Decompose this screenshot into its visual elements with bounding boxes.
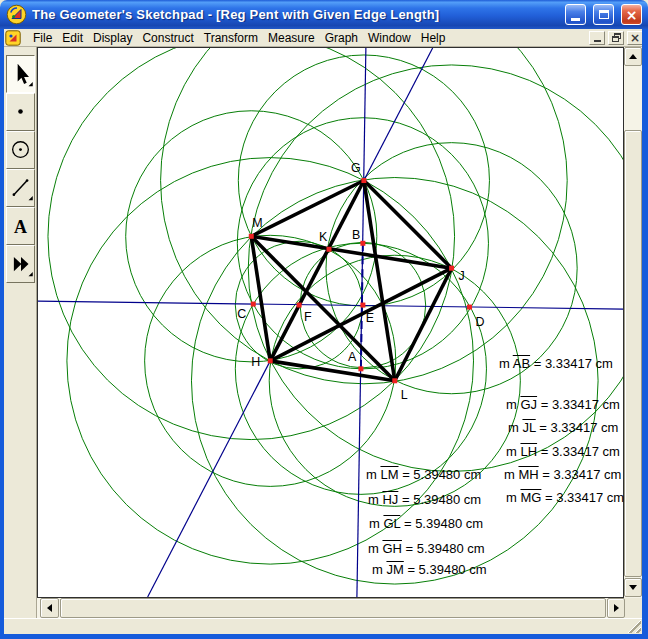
- measurement-AB[interactable]: m AB = 3.33417 cm: [499, 356, 613, 371]
- mdi-close-icon: ×: [630, 32, 640, 44]
- sketch-drawing: GMKBJCFEDHAL: [38, 48, 623, 597]
- point-label-E[interactable]: E: [366, 311, 374, 325]
- measurement-LH[interactable]: m LH = 3.33417 cm: [506, 444, 620, 459]
- measurement-JL[interactable]: m JL = 3.33417 cm: [508, 420, 618, 435]
- measurement-MH[interactable]: m MH = 3.33417 cm: [504, 467, 621, 482]
- scroll-down-button[interactable]: [624, 578, 642, 597]
- custom-tool[interactable]: [6, 245, 35, 283]
- horizontal-scrollbar[interactable]: [37, 598, 624, 618]
- minimize-button[interactable]: [565, 4, 586, 25]
- point-label-M[interactable]: M: [252, 216, 262, 230]
- mdi-restore-button[interactable]: [608, 31, 624, 45]
- vertical-scrollbar[interactable]: [624, 47, 642, 618]
- compass-icon: [7, 134, 34, 168]
- point-label-A[interactable]: A: [348, 350, 357, 364]
- measurement-LM[interactable]: m LM = 5.39480 cm: [366, 467, 481, 482]
- vertical-scroll-thumb[interactable]: [624, 130, 642, 577]
- construction-circle-G-r204[interactable]: [161, 48, 568, 384]
- point-B[interactable]: [360, 241, 365, 246]
- window-border-bottom: [0, 634, 648, 639]
- point-K[interactable]: [327, 247, 332, 252]
- point-label-J[interactable]: J: [459, 269, 465, 283]
- menubar: FileEditDisplayConstructTransformMeasure…: [0, 29, 648, 47]
- segment-icon: [7, 172, 34, 206]
- menu-edit[interactable]: Edit: [57, 30, 88, 46]
- window-border-right: [642, 29, 648, 639]
- menu-transform[interactable]: Transform: [199, 30, 263, 46]
- mdi-restore-icon: [612, 33, 621, 42]
- compass-tool[interactable]: [6, 131, 35, 169]
- pentagon-edge-JL[interactable]: [395, 268, 452, 381]
- point-E[interactable]: [360, 303, 365, 308]
- menu-display[interactable]: Display: [88, 30, 137, 46]
- menu-items: FileEditDisplayConstructTransformMeasure…: [28, 29, 450, 46]
- arrow-down-icon: [629, 585, 637, 590]
- svg-text:A: A: [14, 216, 27, 236]
- point-label-G[interactable]: G: [351, 161, 361, 175]
- point-label-B[interactable]: B: [352, 228, 360, 242]
- titlebar: The Geometer's Sketchpad - [Reg Pent wit…: [0, 0, 648, 29]
- sketch-canvas[interactable]: GMKBJCFEDHAL m AB = 3.33417 cmm GJ = 3.3…: [37, 47, 624, 598]
- mdi-minimize-button[interactable]: [589, 31, 605, 45]
- measurement-GL[interactable]: m GL = 5.39480 cm: [369, 516, 483, 531]
- menu-file[interactable]: File: [28, 30, 57, 46]
- point-label-C[interactable]: C: [237, 307, 246, 321]
- close-icon: ×: [626, 8, 638, 22]
- maximize-icon: [599, 10, 609, 19]
- scroll-up-button[interactable]: [624, 47, 642, 66]
- point-A[interactable]: [358, 366, 363, 371]
- scrollbar-corner: [624, 598, 642, 618]
- text-tool[interactable]: A: [6, 207, 35, 245]
- measurement-MG[interactable]: m MG = 3.33417 cm: [506, 490, 624, 505]
- menu-help[interactable]: Help: [416, 30, 451, 46]
- point-icon: [7, 96, 34, 130]
- scroll-left-button[interactable]: [40, 598, 59, 618]
- minimize-icon: [571, 18, 580, 21]
- document-icon: [5, 30, 21, 46]
- point-label-L[interactable]: L: [401, 388, 408, 402]
- point-D[interactable]: [467, 305, 472, 310]
- point-C[interactable]: [251, 302, 256, 307]
- point-label-K[interactable]: K: [319, 230, 328, 244]
- arrow-up-icon: [629, 54, 637, 59]
- menu-graph[interactable]: Graph: [320, 30, 363, 46]
- menu-measure[interactable]: Measure: [263, 30, 320, 46]
- scroll-right-button[interactable]: [607, 598, 625, 618]
- point-J[interactable]: [449, 266, 454, 271]
- measurement-HJ[interactable]: m HJ = 5.39480 cm: [368, 492, 481, 507]
- menu-construct[interactable]: Construct: [137, 30, 198, 46]
- mdi-close-button[interactable]: ×: [627, 31, 643, 45]
- point-L[interactable]: [392, 378, 397, 383]
- resize-grip[interactable]: [627, 619, 641, 633]
- straightedge-tool[interactable]: [6, 169, 35, 207]
- measurement-GH[interactable]: m GH = 5.39480 cm: [368, 541, 485, 556]
- point-G[interactable]: [361, 178, 366, 183]
- maximize-button[interactable]: [593, 4, 614, 25]
- menu-window[interactable]: Window: [363, 30, 416, 46]
- app-window: The Geometer's Sketchpad - [Reg Pent wit…: [0, 0, 648, 639]
- point-H[interactable]: [268, 358, 273, 363]
- horizontal-scroll-thumb[interactable]: [60, 598, 606, 618]
- pentagon-edge-MG[interactable]: [251, 181, 364, 237]
- arrow-left-icon: [47, 604, 52, 612]
- point-F[interactable]: [297, 303, 302, 308]
- point-tool[interactable]: [6, 93, 35, 131]
- text-icon: A: [7, 210, 34, 244]
- point-label-H[interactable]: H: [251, 355, 260, 369]
- tool-palette: A: [4, 47, 37, 618]
- app-logo-icon: [6, 4, 27, 25]
- point-M[interactable]: [249, 234, 254, 239]
- point-label-D[interactable]: D: [476, 315, 485, 329]
- custom-icon: [7, 248, 34, 282]
- arrow-right-icon: [614, 604, 619, 612]
- measurement-GJ[interactable]: m GJ = 3.33417 cm: [506, 397, 620, 412]
- close-button[interactable]: ×: [621, 4, 642, 25]
- point-label-F[interactable]: F: [304, 310, 312, 324]
- status-bar: [4, 618, 642, 634]
- mdi-window-buttons: ×: [589, 31, 648, 45]
- selection-arrow-tool[interactable]: [6, 55, 35, 93]
- arrow-icon: [7, 58, 34, 92]
- mdi-minimize-icon: [594, 40, 601, 42]
- measurement-JM[interactable]: m JM = 5.39480 cm: [372, 562, 487, 577]
- window-title: The Geometer's Sketchpad - [Reg Pent wit…: [32, 7, 558, 22]
